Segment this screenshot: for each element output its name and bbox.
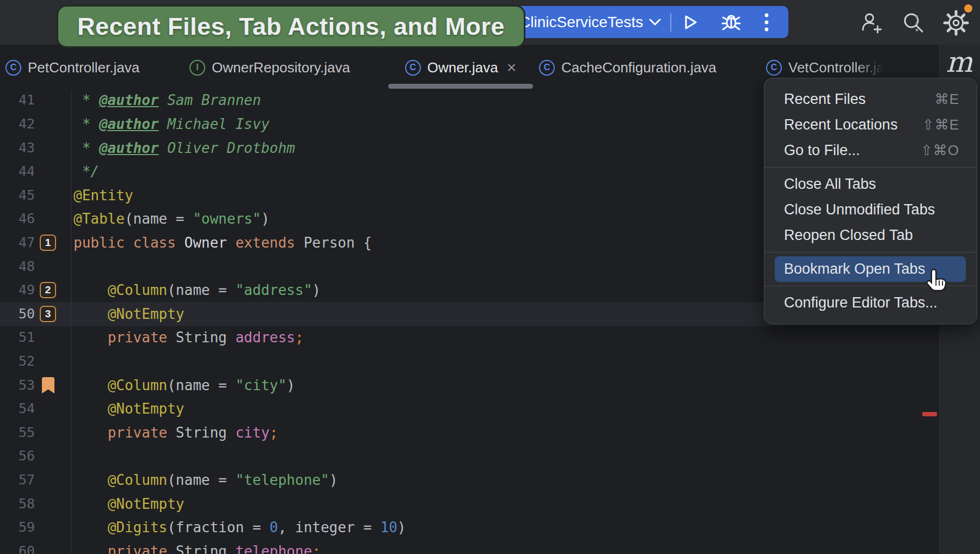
menu-item-reopen-closed-tab[interactable]: Reopen Closed Tab: [775, 223, 966, 248]
kebab-icon[interactable]: [764, 12, 769, 33]
code-line[interactable]: 60 private String telephone;: [0, 539, 938, 554]
tab-overflow-button[interactable]: ⋮: [905, 0, 929, 46]
tab-ownerrepository-java[interactable]: IOwnerRepository.java: [189, 45, 350, 90]
menu-item-go-to-file-[interactable]: Go to File...⇧⌘O: [775, 138, 966, 163]
tab-cacheconfiguration-java[interactable]: CCacheConfiguration.java: [539, 45, 716, 90]
token-plain: (name =: [125, 211, 193, 227]
token-doctag: @author: [99, 140, 159, 156]
menu-item-recent-files[interactable]: Recent Files⌘E: [775, 87, 966, 112]
code-line[interactable]: 53 @Column(name = "city"): [0, 373, 938, 397]
bookmark-icon[interactable]: [42, 377, 54, 394]
token-plain: ): [261, 211, 270, 227]
line-number[interactable]: 51: [0, 325, 35, 349]
class-file-icon: C: [539, 60, 555, 76]
token-field: telephone: [235, 543, 312, 554]
mnemonic-bookmark-badge[interactable]: 2: [40, 282, 56, 298]
token-doctag: @author: [99, 116, 159, 132]
add-user-button[interactable]: [858, 10, 883, 35]
token-cls: Owner: [185, 235, 227, 251]
token-plain: ): [329, 472, 338, 488]
code-line[interactable]: 57 @Column(name = "telephone"): [0, 468, 938, 492]
code-text: @Column(name = "address"): [74, 278, 321, 302]
token-semi: ;: [312, 543, 321, 554]
tab-label: PetController.java: [28, 59, 139, 76]
token-doc: Sam Brannen: [159, 92, 261, 108]
code-line[interactable]: 52: [0, 349, 938, 373]
token-kw: extends: [235, 235, 295, 251]
token-ann: @Table: [74, 211, 125, 227]
token-field: city: [235, 424, 270, 441]
mnemonic-bookmark-badge[interactable]: 1: [40, 235, 56, 251]
token-str: "owners": [193, 211, 261, 227]
menu-item-configure-editor-tabs-[interactable]: Configure Editor Tabs...: [775, 290, 966, 316]
play-icon[interactable]: [681, 13, 700, 32]
line-number[interactable]: 49: [0, 278, 35, 302]
code-line[interactable]: 58 @NotEmpty: [0, 492, 938, 516]
line-number[interactable]: 43: [0, 136, 35, 160]
code-text: @NotEmpty: [74, 397, 185, 421]
class-file-icon: C: [5, 60, 21, 76]
line-number[interactable]: 57: [0, 468, 35, 492]
token-doc: *: [74, 140, 99, 156]
line-number[interactable]: 42: [0, 112, 35, 136]
token-plain: [74, 329, 108, 346]
run-configuration-selector[interactable]: ClinicServiceTests: [519, 14, 643, 31]
bug-icon[interactable]: [720, 11, 742, 33]
line-number[interactable]: 56: [0, 444, 35, 468]
menu-item-label: Configure Editor Tabs...: [784, 294, 938, 311]
menu-item-shortcut: ⇧⌘E: [922, 116, 959, 133]
line-number[interactable]: 50: [0, 302, 35, 326]
token-plain: , integer =: [278, 519, 381, 535]
code-text: @Column(name = "city"): [74, 373, 295, 397]
banner-text: Recent Files, Tab Actions, and More: [77, 13, 505, 41]
line-number[interactable]: 60: [0, 539, 35, 554]
code-line[interactable]: 55 private String city;: [0, 421, 938, 445]
class-file-icon: C: [766, 60, 782, 76]
token-plain: ): [397, 519, 406, 535]
feature-banner: Recent Files, Tab Actions, and More: [57, 5, 525, 48]
line-number[interactable]: 47: [0, 231, 35, 255]
gutter-divider: [71, 90, 71, 554]
menu-separator: [764, 252, 977, 253]
line-number[interactable]: 53: [0, 373, 35, 397]
menu-item-label: Reopen Closed Tab: [784, 227, 913, 244]
menu-item-bookmark-open-tabs[interactable]: Bookmark Open Tabs: [775, 256, 966, 282]
line-number[interactable]: 46: [0, 207, 35, 231]
token-plain: [74, 424, 108, 441]
line-number[interactable]: 41: [0, 88, 35, 112]
close-icon[interactable]: ×: [507, 59, 517, 76]
line-number[interactable]: 45: [0, 183, 35, 207]
menu-item-recent-locations[interactable]: Recent Locations⇧⌘E: [775, 112, 966, 138]
line-number[interactable]: 48: [0, 255, 35, 279]
corner-logo[interactable]: m: [943, 46, 976, 78]
line-number[interactable]: 52: [0, 349, 35, 373]
line-number[interactable]: 55: [0, 421, 35, 445]
menu-item-label: Close Unmodified Tabs: [784, 201, 935, 218]
token-str: "telephone": [235, 472, 329, 488]
run-widget[interactable]: ClinicServiceTests: [514, 6, 788, 38]
code-line[interactable]: 51 private String address;: [0, 325, 938, 349]
token-ann: @Entity: [74, 187, 133, 204]
code-text: public class Owner extends Person {: [74, 231, 372, 255]
code-line[interactable]: 56: [0, 444, 938, 468]
add-user-icon: [859, 10, 883, 34]
settings-button[interactable]: [943, 10, 968, 35]
token-plain: (fraction =: [167, 519, 270, 535]
line-number[interactable]: 58: [0, 492, 35, 516]
tab-petcontroller-java[interactable]: CPetController.java: [5, 45, 139, 90]
code-text: private String telephone;: [74, 539, 321, 554]
token-plain: String: [167, 329, 235, 346]
menu-item-close-all-tabs[interactable]: Close All Tabs: [775, 171, 966, 197]
menu-item-close-unmodified-tabs[interactable]: Close Unmodified Tabs: [775, 197, 966, 223]
code-line[interactable]: 59 @Digits(fraction = 0, integer = 10): [0, 515, 938, 539]
mnemonic-bookmark-badge[interactable]: 3: [40, 306, 56, 322]
code-line[interactable]: 54 @NotEmpty: [0, 397, 938, 421]
token-doc: */: [74, 163, 99, 180]
code-text: */: [74, 159, 99, 183]
line-number[interactable]: 44: [0, 159, 35, 183]
token-plain: [74, 377, 108, 393]
line-number[interactable]: 59: [0, 515, 35, 539]
line-number[interactable]: 54: [0, 397, 35, 421]
token-plain: (name =: [167, 282, 235, 298]
error-stripe-mark[interactable]: [922, 412, 937, 416]
